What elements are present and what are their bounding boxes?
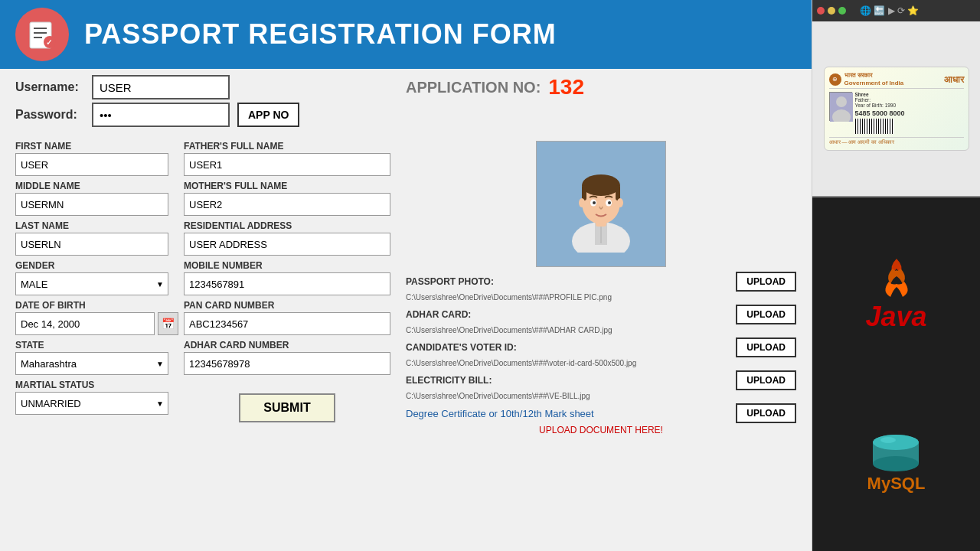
aadhaar-header: ⊕ भारत सरकार Government of India आधार xyxy=(829,72,964,89)
passport-photo-upload-button[interactable]: UPLOAD xyxy=(736,272,796,292)
browser-close-dot xyxy=(817,7,825,15)
mysql-drum-icon xyxy=(869,432,923,474)
svg-rect-13 xyxy=(582,185,586,201)
svg-point-26 xyxy=(873,456,919,471)
address-label: RESIDENTIAL ADDRESS xyxy=(184,220,390,231)
aadhaar-panel: ⊕ भारत सरकार Government of India आधार Sh… xyxy=(812,21,980,197)
password-input[interactable] xyxy=(92,103,230,127)
mobile-input[interactable] xyxy=(184,272,390,295)
calendar-button[interactable]: 📅 xyxy=(158,312,178,335)
mysql-text: MySQL xyxy=(867,474,926,494)
aadhaar-subtitle: Government of India xyxy=(844,80,904,86)
adhar-input[interactable] xyxy=(184,352,390,375)
middle-column: FATHER'S FULL NAME MOTHER'S FULL NAME RE… xyxy=(184,141,390,545)
mobile-group: MOBILE NUMBER xyxy=(184,260,390,295)
aadhaar-emblem: ⊕ xyxy=(829,73,841,86)
app-no-label: APPLICATION NO: xyxy=(406,79,541,96)
java-text: Java xyxy=(865,301,926,333)
aadhaar-photo xyxy=(829,92,852,121)
upload-section: PASSPORT PHOTO: UPLOAD C:\Users\shree\On… xyxy=(406,272,796,435)
svg-text:✓: ✓ xyxy=(46,38,52,47)
degree-label: Degree Certificate or 10th/12th Mark she… xyxy=(406,408,594,419)
passport-photo-label: PASSPORT PHOTO: xyxy=(406,276,494,287)
browser-maximize-dot xyxy=(838,7,846,15)
right-panel: 🌐 🔙 ▶ ⟳ ⭐ ⊕ भारत सरकार Government of Ind… xyxy=(812,0,980,551)
electricity-upload-row: ELECTRICITY BILL: UPLOAD C:\Users\shree\… xyxy=(406,370,796,400)
header-icon: ✓ xyxy=(15,8,69,61)
pan-label: PAN CARD NUMBER xyxy=(184,300,390,311)
login-section: Username: APPLICATION NO: 132 Password: … xyxy=(0,69,812,135)
voter-id-path: C:\Users\shree\OneDrive\Documents\###\vo… xyxy=(406,359,796,367)
svg-point-19 xyxy=(579,198,585,207)
middle-name-group: MIDDLE NAME xyxy=(15,181,168,216)
state-select-wrapper: Maharashtra xyxy=(15,352,168,375)
marital-label: MARTIAL STATUS xyxy=(15,380,168,390)
submit-button[interactable]: SUBMIT xyxy=(239,393,335,422)
gender-label: GENDER xyxy=(15,260,168,271)
app-no-button[interactable]: APP NO xyxy=(237,103,299,127)
last-name-input[interactable] xyxy=(15,233,168,256)
dob-input[interactable] xyxy=(15,312,155,335)
avatar xyxy=(555,153,647,256)
svg-rect-14 xyxy=(616,185,620,201)
header-banner: ✓ PASSPORT REGISTRATION FORM xyxy=(0,0,812,69)
pan-input[interactable] xyxy=(184,312,390,335)
degree-upload-button[interactable]: UPLOAD xyxy=(736,403,796,423)
page-title: PASSPORT REGISTRATION FORM xyxy=(84,18,557,51)
marital-select[interactable]: UNMARRIED MARRIED xyxy=(15,392,168,415)
mothers-name-input[interactable] xyxy=(184,193,390,216)
username-input[interactable] xyxy=(92,75,230,99)
form-body: FIRST NAME MIDDLE NAME LAST NAME GENDER … xyxy=(0,135,812,551)
voter-id-upload-row: CANDIDATE'S VOTER ID: UPLOAD C:\Users\sh… xyxy=(406,337,796,367)
aadhaar-barcode xyxy=(855,119,893,134)
adhar-upload-row: ADHAR CARD: UPLOAD C:\Users\shree\OneDri… xyxy=(406,305,796,334)
passport-upload-row: PASSPORT PHOTO: UPLOAD C:\Users\shree\On… xyxy=(406,272,796,302)
left-column: FIRST NAME MIDDLE NAME LAST NAME GENDER … xyxy=(15,141,168,545)
mobile-label: MOBILE NUMBER xyxy=(184,260,390,271)
adhar-card-path: C:\Users\shree\OneDrive\Documents\###\AD… xyxy=(406,326,796,334)
gender-select-wrapper: MALE FEMALE xyxy=(15,272,168,295)
aadhaar-number: 5485 5000 8000 xyxy=(855,109,905,117)
application-number: 132 xyxy=(548,75,584,99)
fathers-name-label: FATHER'S FULL NAME xyxy=(184,141,390,152)
marital-group: MARTIAL STATUS UNMARRIED MARRIED xyxy=(15,380,168,415)
voter-id-upload-button[interactable]: UPLOAD xyxy=(736,337,796,357)
adhar-card-upload-button[interactable]: UPLOAD xyxy=(736,305,796,324)
address-group: RESIDENTIAL ADDRESS xyxy=(184,220,390,256)
state-label: STATE xyxy=(15,340,168,350)
fathers-name-group: FATHER'S FULL NAME xyxy=(184,141,390,176)
passport-photo-area xyxy=(536,141,666,267)
electricity-path: C:\Users\shree\OneDrive\Documents\###\VE… xyxy=(406,392,796,400)
degree-upload-row: Degree Certificate or 10th/12th Mark she… xyxy=(406,403,796,435)
last-name-label: LAST NAME xyxy=(15,220,168,231)
java-logo: Java xyxy=(865,255,926,333)
adhar-label: ADHAR CARD NUMBER xyxy=(184,340,390,350)
gender-group: GENDER MALE FEMALE xyxy=(15,260,168,295)
username-label: Username: xyxy=(15,80,84,94)
fathers-name-input[interactable] xyxy=(184,153,390,176)
passport-photo-path: C:\Users\shree\OneDrive\Documents\###\PR… xyxy=(406,293,796,302)
first-name-input[interactable] xyxy=(15,153,168,176)
svg-point-20 xyxy=(617,198,623,207)
state-select[interactable]: Maharashtra xyxy=(15,352,168,375)
svg-point-22 xyxy=(836,96,847,107)
dob-group: DATE OF BIRTH 📅 xyxy=(15,300,168,335)
first-name-group: FIRST NAME xyxy=(15,141,168,176)
svg-point-12 xyxy=(582,174,620,196)
mothers-name-group: MOTHER'S FULL NAME xyxy=(184,181,390,216)
svg-point-17 xyxy=(593,201,596,204)
aadhaar-info: Shree Father: Year of Birth: 1990 5485 5… xyxy=(855,92,905,134)
gender-select[interactable]: MALE FEMALE xyxy=(15,272,168,295)
tech-panel: Java MySQL xyxy=(812,197,980,551)
voter-id-label: CANDIDATE'S VOTER ID: xyxy=(406,342,517,353)
svg-point-28 xyxy=(880,437,896,443)
dob-label: DATE OF BIRTH xyxy=(15,300,168,311)
aadhaar-content: Shree Father: Year of Birth: 1990 5485 5… xyxy=(829,92,964,134)
address-input[interactable] xyxy=(184,233,390,256)
adhar-card-label: ADHAR CARD: xyxy=(406,309,471,320)
adhar-group: ADHAR CARD NUMBER xyxy=(184,340,390,375)
middle-name-input[interactable] xyxy=(15,193,168,216)
right-column: PASSPORT PHOTO: UPLOAD C:\Users\shree\On… xyxy=(406,141,796,545)
main-area: ✓ PASSPORT REGISTRATION FORM Username: A… xyxy=(0,0,812,551)
electricity-upload-button[interactable]: UPLOAD xyxy=(736,370,796,390)
